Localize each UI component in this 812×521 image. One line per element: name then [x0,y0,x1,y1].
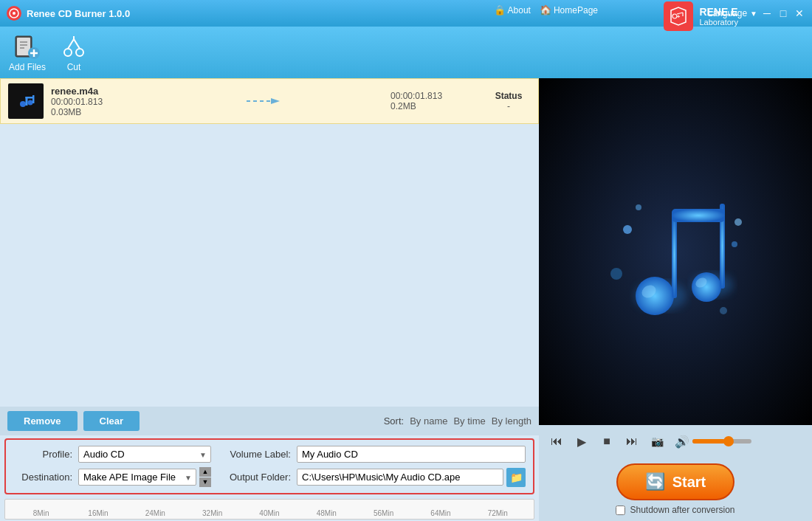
file-output: 00:00:01.813 0.2MB [390,91,479,111]
left-panel: renee.m4a 00:00:01.813 0.03MB [0,78,539,521]
svg-point-32 [692,272,721,302]
file-duration-out: 00:00:01.813 [390,91,479,101]
timeline-tick-16: 16Min [69,509,126,517]
svg-point-39 [610,268,622,280]
volume-icon: 🔊 [675,435,689,449]
destination-updown: ▲ ▼ [199,467,211,487]
sort-by-time[interactable]: By time [453,415,485,427]
camera-icon: 📷 [651,435,664,447]
homepage-link[interactable]: 🏠 HomePage [540,4,598,15]
timeline-tick-56: 56Min [355,509,412,517]
sort-label: Sort: [384,415,404,427]
svg-point-40 [734,218,742,226]
app-logo [6,5,22,21]
start-button[interactable]: 🔄 Start [616,463,734,500]
destination-wrapper: Make APE Image File Burn to CD Make ISO … [78,467,211,487]
profile-row: Profile: Audio CD Data CD Video CD ▼ Vol… [13,446,526,463]
file-name: renee.m4a [51,86,140,97]
timeline-markers: 8Min 16Min 24Min 32Min 40Min 48Min 56Min… [5,509,534,517]
destination-label: Destination: [13,472,72,483]
svg-point-15 [64,49,72,56]
file-info: renee.m4a 00:00:01.813 0.03MB [51,86,140,117]
cut-icon [61,33,87,60]
volume-label-input[interactable] [297,446,526,463]
timeline-bar: 8Min 16Min 24Min 32Min 40Min 48Min 56Min… [4,499,534,520]
profile-select[interactable]: Audio CD Data CD Video CD [78,446,211,463]
volume-track[interactable] [692,439,751,444]
destination-row: Destination: Make APE Image File Burn to… [13,467,526,487]
convert-arrow [147,94,383,108]
cut-button[interactable]: Cut [61,33,87,72]
timeline-tick-64: 64Min [412,509,469,517]
refresh-icon: 🔄 [645,472,665,491]
file-size-out: 0.2MB [390,101,479,111]
volume-thumb[interactable] [723,436,734,446]
browse-folder-button[interactable]: 📁 [506,468,526,487]
volume-label-text: Volume Label: [217,449,291,460]
start-label: Start [672,474,706,491]
destination-select[interactable]: Make APE Image File Burn to CD Make ISO [78,469,196,486]
music-note-illustration [594,170,757,333]
svg-rect-34 [672,211,677,298]
svg-point-2 [13,12,16,15]
maximize-button[interactable]: □ [777,7,790,20]
output-folder-label: Output Folder: [217,472,291,483]
destination-select-wrapper: Make APE Image File Burn to CD Make ISO … [78,469,196,486]
output-folder-input[interactable] [297,469,503,486]
sort-by-length[interactable]: By length [492,415,531,427]
svg-point-21 [20,101,26,107]
svg-rect-24 [32,95,35,103]
volume-slider-area: 🔊 [675,435,751,449]
svg-rect-36 [672,209,725,222]
sort-by-name[interactable]: By name [410,415,447,427]
destination-down-button[interactable]: ▼ [199,477,211,487]
language-dropdown-icon: ▼ [750,10,757,18]
skip-forward-button[interactable]: ⏭ [622,431,642,452]
file-list: renee.m4a 00:00:01.813 0.03MB [0,78,539,407]
main-area: renee.m4a 00:00:01.813 0.03MB [0,78,812,521]
add-files-icon [14,33,41,60]
play-button[interactable]: ▶ [571,431,592,452]
minimize-button[interactable]: ─ [760,7,774,20]
close-button[interactable]: ✕ [793,7,806,20]
volume-fill [692,439,725,444]
folder-icon: 📁 [510,472,523,483]
timeline-tick-32: 32Min [184,509,241,517]
play-icon: ▶ [577,435,586,449]
timeline-tick-72: 72Min [469,509,526,517]
file-thumbnail [8,83,44,119]
svg-line-17 [68,39,74,49]
about-link[interactable]: 🔒 About [494,4,531,15]
file-status: Status - [486,91,531,111]
lock-icon: 🔒 [494,4,506,15]
remove-button[interactable]: Remove [7,411,78,431]
timeline-tick-8: 8Min [13,509,69,517]
add-files-button[interactable]: Add Files [9,33,46,72]
preview-area [539,78,812,425]
brand-text: RENE.E Laboratory [699,6,738,27]
svg-point-16 [76,49,83,56]
screenshot-button[interactable]: 📷 [647,431,667,452]
settings-panel: Profile: Audio CD Data CD Video CD ▼ Vol… [4,438,534,494]
skip-back-icon: ⏮ [551,435,562,448]
app-title: Renee CD Burner 1.0.0 [27,8,708,19]
svg-point-30 [636,277,674,315]
table-row: renee.m4a 00:00:01.813 0.03MB [0,78,539,124]
output-folder-wrapper: 📁 [297,468,526,487]
clear-button[interactable]: Clear [83,411,140,431]
svg-rect-25 [26,97,33,99]
destination-up-button[interactable]: ▲ [199,467,211,477]
home-icon: 🏠 [540,4,551,15]
svg-line-18 [74,39,80,49]
svg-point-41 [636,204,641,210]
file-size-in: 0.03MB [51,107,140,117]
timeline-tick-48: 48Min [298,509,355,517]
skip-back-button[interactable]: ⏮ [546,431,567,452]
shutdown-checkbox[interactable] [616,506,625,515]
skip-forward-icon: ⏭ [626,435,638,448]
timeline-tick-40: 40Min [241,509,297,517]
stop-button[interactable]: ■ [596,431,617,452]
sort-area: Sort: By name By time By length [384,415,531,427]
timeline-tick-24: 24Min [127,509,184,517]
svg-point-38 [732,241,737,247]
